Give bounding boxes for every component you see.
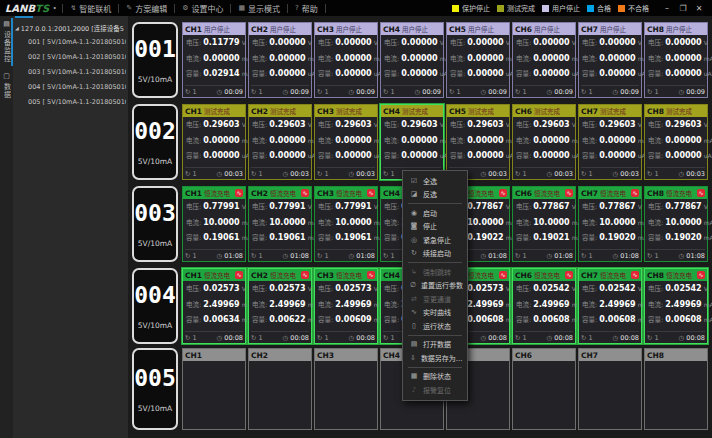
device-tile-002[interactable]: 0025V/10mA	[132, 104, 178, 180]
loop-count: ↻ 1	[581, 88, 593, 96]
channel-card-003-CH1[interactable]: CH1恒流充电∿电压:0.77991V电流:10.0000mA容量:0.1906…	[182, 186, 246, 262]
channel-name: CH1	[185, 25, 202, 34]
charging-icon: ∿	[235, 271, 243, 279]
menu-item-label: 实时曲线	[423, 307, 451, 317]
device-tile-004[interactable]: 0045V/10mA	[132, 268, 178, 344]
voltage-field: 电压:0.02573V	[252, 283, 309, 299]
channel-card-002-CH3[interactable]: CH3测试完成电压:0.29603V电流:0.00000mA容量:0.00000…	[314, 104, 378, 180]
tree-device-node[interactable]: 005 [ 5V/10mA-1.1-20180501005 ]	[15, 95, 126, 110]
menu-item-数据另存为...[interactable]: ⇩数据另存为...	[403, 351, 467, 365]
toolbar-item-智能联机[interactable]: ↯智能联机	[67, 0, 114, 16]
channel-status: 用户停止	[336, 24, 362, 34]
menu-item-重置运行参数[interactable]: ∅重置运行参数	[403, 279, 467, 293]
channel-card-001-CH6[interactable]: CH6用户停止电压:0.00000V电流:0.00000mA容量:0.00000…	[512, 22, 576, 98]
channel-card-003-CH8[interactable]: CH8恒流充电∿电压:0.77867V电流:10.0000mA容量:0.1902…	[644, 186, 708, 262]
current-field: 电流:2.49969mA	[582, 299, 639, 315]
channel-card-005-CH2[interactable]: CH2	[248, 348, 312, 430]
tree-device-node[interactable]: 001 [ 5V/10mA-1.1-20180501001 ]	[15, 35, 126, 50]
toolbar-item-设置中心[interactable]: ⚙设置中心	[179, 0, 226, 16]
tree-device-node[interactable]: 004 [ 5V/10mA-1.1-20180501004 ]	[15, 80, 126, 95]
time-value: 00:09	[288, 88, 309, 96]
menu-item-打开数据[interactable]: ▤打开数据	[403, 338, 467, 352]
channel-card-002-CH1[interactable]: CH1测试完成电压:0.29603V电流:0.00000mA容量:0.00000…	[182, 104, 246, 180]
channel-card-body: 电压:0.77991V电流:10.0000mA容量:0.19061mAh	[183, 199, 245, 249]
channel-card-002-CH8[interactable]: CH8测试完成电压:0.29603V电流:0.00000mA容量:0.00000…	[644, 104, 708, 180]
menu-item-反选[interactable]: ◪反选	[403, 188, 467, 202]
channel-card-header: CH6用户停止	[513, 23, 575, 35]
toolbar-separator	[287, 4, 288, 13]
current-label: 电流:	[186, 53, 201, 63]
capacity-label: 容量:	[186, 314, 201, 324]
channel-card-002-CH5[interactable]: CH5测试完成电压:0.29603V电流:0.00000mA容量:0.00000…	[446, 104, 510, 180]
channel-card-004-CH7[interactable]: CH7恒流充电∿电压:0.02542V电流:2.49969mA容量:0.0060…	[578, 268, 642, 344]
tree-root-node[interactable]: ◢ 127.0.0.1:2001,2000 [连接设备5 台]	[15, 20, 126, 35]
current-label: 电流:	[648, 217, 663, 227]
channel-name: CH7	[581, 107, 598, 116]
channel-card-002-CH6[interactable]: CH6测试完成电压:0.29603V电流:0.00000mA容量:0.00000…	[512, 104, 576, 180]
loop-count: ↻ 1	[317, 334, 329, 342]
tree-device-node[interactable]: 003 [ 5V/10mA-1.1-20180501003 ]	[15, 65, 126, 80]
restore-button[interactable]: ❐	[675, 1, 691, 15]
channel-card-001-CH3[interactable]: CH3用户停止电压:0.00000V电流:0.00000mA容量:0.00000…	[314, 22, 378, 98]
channel-card-005-CH8[interactable]: CH8	[644, 348, 708, 430]
minimize-button[interactable]: –	[659, 1, 675, 15]
channel-card-001-CH5[interactable]: CH5用户停止电压:0.00000V电流:0.00000mA容量:0.00000…	[446, 22, 510, 98]
voltage-label: 电压:	[648, 119, 663, 129]
loop-value: 1	[190, 252, 196, 260]
device-tile-005[interactable]: 0055V/10mA	[132, 348, 178, 430]
capacity-value: 0.00608	[533, 315, 569, 324]
capacity-unit: uAh	[704, 70, 712, 77]
channel-name: CH3	[317, 271, 334, 280]
toolbar-item-方案编辑[interactable]: ✎方案编辑	[123, 0, 170, 16]
channel-card-003-CH2[interactable]: CH2恒流充电∿电压:0.77991V电流:10.0000mA容量:0.1906…	[248, 186, 312, 262]
activity-tab-数据[interactable]: ▢数据	[0, 68, 13, 104]
channel-card-002-CH7[interactable]: CH7测试完成电压:0.29603V电流:0.00000mA容量:0.00000…	[578, 104, 642, 180]
close-button[interactable]: ✕	[691, 1, 707, 15]
channel-card-003-CH6[interactable]: CH6恒流充电∿电压:0.77867V电流:10.0000mA容量:0.1902…	[512, 186, 576, 262]
activity-tab-设备监控[interactable]: ▤设备监控	[0, 16, 13, 68]
channel-card-002-CH2[interactable]: CH2测试完成电压:0.29603V电流:0.00000mA容量:0.00000…	[248, 104, 312, 180]
channel-card-003-CH7[interactable]: CH7恒流充电∿电压:0.77867V电流:10.0000mA容量:0.1902…	[578, 186, 642, 262]
elapsed-time: ◷ 01:08	[283, 252, 309, 260]
voltage-unit: V	[308, 121, 312, 128]
channel-card-004-CH8[interactable]: CH8恒流充电∿电压:0.02542V电流:2.49969mA容量:0.0060…	[644, 268, 708, 344]
sidebar-scroll-indicator[interactable]	[15, 16, 33, 18]
current-label: 电流:	[384, 135, 399, 145]
menu-item-运行状态[interactable]: ▯运行状态	[403, 319, 467, 333]
channel-card-004-CH3[interactable]: CH3恒流充电∿电压:0.02573V电流:2.49969mA容量:0.0060…	[314, 268, 378, 344]
channel-card-004-CH1[interactable]: CH1恒流充电∿电压:0.02573V电流:2.49969mA容量:0.0063…	[182, 268, 246, 344]
menu-item-续接启动[interactable]: ↻续接启动	[403, 247, 467, 261]
device-tile-003[interactable]: 0035V/10mA	[132, 186, 178, 262]
channel-name: CH8	[647, 25, 664, 34]
menu-item-删除状态[interactable]: ▦删除状态	[403, 370, 467, 384]
channel-card-001-CH2[interactable]: CH2用户停止电压:0.00000V电流:0.00000mA容量:0.00000…	[248, 22, 312, 98]
channel-card-005-CH3[interactable]: CH3	[314, 348, 378, 430]
channel-card-005-CH1[interactable]: CH1	[182, 348, 246, 430]
toolbar-item-显示模式[interactable]: ▦显示模式	[235, 0, 283, 16]
channel-card-005-CH6[interactable]: CH6	[512, 348, 576, 430]
menu-item-紧急停止[interactable]: ◎紧急停止	[403, 233, 467, 247]
menu-item-全选[interactable]: ☑全选	[403, 174, 467, 188]
menu-item-停止[interactable]: ◙停止	[403, 220, 467, 234]
channel-card-001-CH4[interactable]: CH4用户停止电压:0.00000V电流:0.00000mA容量:0.00000…	[380, 22, 444, 98]
alarm-reset-icon: ♪	[410, 386, 418, 394]
voltage-label: 电压:	[582, 37, 597, 47]
tree-device-node[interactable]: 002 [ 5V/10mA-1.1-20180501002 ]	[15, 50, 126, 65]
channel-card-004-CH6[interactable]: CH6恒流充电∿电压:0.02542V电流:2.49969mA容量:0.0060…	[512, 268, 576, 344]
current-label: 电流:	[582, 299, 597, 309]
channel-card-001-CH1[interactable]: CH1用户停止电压:0.11779V电流:0.00000mA容量:0.02914…	[182, 22, 246, 98]
channel-name: CH4	[383, 107, 400, 116]
channel-card-005-CH7[interactable]: CH7	[578, 348, 642, 430]
channel-card-002-CH4[interactable]: CH4测试完成电压:0.29603V电流:0.00000mA容量:0.00000…	[380, 104, 444, 180]
toolbar-item-帮助[interactable]: ?帮助	[292, 0, 321, 16]
menu-item-实时曲线[interactable]: ∿实时曲线	[403, 306, 467, 320]
channel-card-body: 电压:0.00000V电流:0.00000mA容量:0.00000uAh	[645, 35, 707, 85]
tree-expand-icon[interactable]: ◢	[15, 25, 19, 31]
channel-card-001-CH8[interactable]: CH8用户停止电压:0.00000V电流:0.00000mA容量:0.00000…	[644, 22, 708, 98]
channel-card-004-CH2[interactable]: CH2恒流充电∿电压:0.02573V电流:2.49969mA容量:0.0062…	[248, 268, 312, 344]
menu-item-启动[interactable]: ◉启动	[403, 206, 467, 220]
channel-card-003-CH3[interactable]: CH3恒流充电∿电压:0.77991V电流:10.0000mA容量:0.1906…	[314, 186, 378, 262]
voltage-value: 0.02542	[533, 284, 569, 293]
channel-card-001-CH7[interactable]: CH7用户停止电压:0.00000V电流:0.00000mA容量:0.00000…	[578, 22, 642, 98]
device-tile-001[interactable]: 0015V/10mA	[132, 22, 178, 98]
